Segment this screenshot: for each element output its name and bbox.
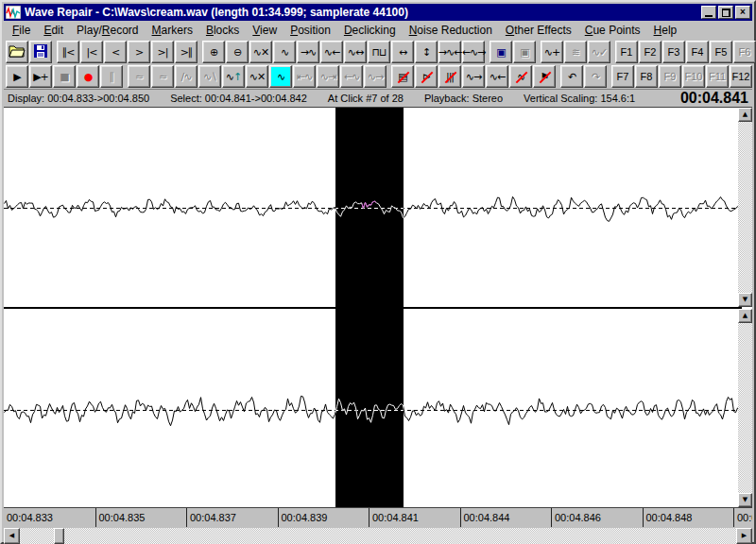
- f5-button[interactable]: F5: [710, 41, 732, 63]
- shift-view-right-button[interactable]: ∿←: [320, 41, 343, 63]
- goto-end-icon: >∥: [180, 47, 193, 58]
- menu-item-position[interactable]: Position: [284, 22, 337, 39]
- fit-width-icon: ∿↔: [348, 47, 363, 58]
- mark-click-button[interactable]: ∿✕: [246, 65, 268, 88]
- zoom-in-button[interactable]: ⊕: [202, 41, 225, 63]
- copy-left-button: ⇤∿: [293, 65, 316, 88]
- prev-marker-button[interactable]: |<: [80, 41, 103, 63]
- menu-item-edit[interactable]: Edit: [37, 22, 70, 39]
- unflag-click-button[interactable]: ⚑: [533, 65, 556, 88]
- insert-wave-icon: ∿+: [544, 47, 559, 58]
- open-file-button[interactable]: [6, 41, 28, 63]
- wave-repair-window: Wave Repair - C:\Wavs\cream.wav (length …: [0, 0, 756, 544]
- scroll-up-icon[interactable]: ▲: [738, 309, 752, 323]
- goto-next-click-button[interactable]: ∿→: [462, 65, 485, 88]
- horizontal-scrollbar[interactable]: ◀ ▶: [4, 528, 752, 544]
- horizontal-extent-button[interactable]: ↔: [391, 41, 414, 63]
- f4-icon: F4: [692, 47, 704, 58]
- repair-click-button[interactable]: ∿: [509, 65, 532, 88]
- menu-item-blocks[interactable]: Blocks: [199, 22, 246, 39]
- shift-view-left-button[interactable]: →∿: [297, 41, 319, 63]
- menu-item-markers[interactable]: Markers: [146, 22, 199, 39]
- restore-button[interactable]: [718, 6, 733, 19]
- menu-item-cue-points[interactable]: Cue Points: [578, 22, 647, 39]
- stereo-waveform-canvas[interactable]: [4, 108, 742, 507]
- scroll-left-icon[interactable]: ◀: [4, 528, 20, 544]
- f10-button: F10: [682, 65, 705, 88]
- menu-item-file[interactable]: File: [6, 22, 37, 39]
- copy-to-clipboard-button[interactable]: ▣: [490, 41, 512, 63]
- right-channel-scrollbar-track[interactable]: [738, 323, 752, 493]
- clear-clicks-button[interactable]: |||: [438, 65, 461, 88]
- close-button[interactable]: ×: [735, 6, 750, 19]
- select-range-field: Select: 00:04.841->00:04.842: [170, 93, 307, 104]
- f3-button[interactable]: F3: [662, 41, 685, 63]
- scroll-down-icon[interactable]: ▼: [738, 293, 752, 307]
- display-range-value: 00:04.833->00:04.850: [47, 93, 149, 104]
- f12-button[interactable]: F12: [730, 65, 752, 88]
- folder-icon: [9, 45, 26, 60]
- zoom-in-icon: ⊕: [210, 47, 217, 58]
- apply-wave-icon: ∿✓: [592, 47, 607, 58]
- left-channel-vertical-scrollbar[interactable]: ▲ ▼: [738, 108, 752, 307]
- goto-prev-click-icon: ∿←: [490, 72, 505, 82]
- sample-display-button[interactable]: ⊓⊔: [368, 41, 390, 63]
- boost-selection-button[interactable]: ∿↑: [222, 65, 245, 88]
- boost-selection-accent-icon: ↑: [233, 72, 241, 82]
- step-forward-button[interactable]: >: [128, 41, 150, 63]
- menu-item-play-record[interactable]: Play/Record: [70, 22, 145, 39]
- goto-end-button[interactable]: >∥: [175, 41, 198, 63]
- f11-icon: F11: [709, 72, 726, 82]
- step-back-button[interactable]: <: [104, 41, 127, 63]
- menu-item-declicking[interactable]: Declicking: [337, 22, 403, 39]
- play-button[interactable]: ▶: [6, 65, 28, 88]
- scroll-down-icon[interactable]: ▼: [738, 493, 752, 507]
- insert-wave-button[interactable]: ∿+: [541, 41, 563, 63]
- undo-button[interactable]: ↶: [560, 65, 583, 88]
- audition-click-button[interactable]: ⊳: [415, 65, 438, 88]
- right-channel-vertical-scrollbar[interactable]: ▲ ▼: [738, 309, 752, 507]
- prev-marker-icon: |<: [87, 47, 97, 58]
- zoom-selection-icon: ∿✕: [253, 47, 268, 58]
- menu-item-view[interactable]: View: [246, 22, 284, 39]
- stretch-wave-button[interactable]: ←∿→: [462, 41, 485, 63]
- menu-item-noise-reduction[interactable]: Noise Reduction: [403, 22, 499, 39]
- menu-item-other-effects[interactable]: Other Effects: [499, 22, 578, 39]
- minimize-button[interactable]: [701, 6, 716, 19]
- goto-prev-click-button[interactable]: ∿←: [486, 65, 508, 88]
- toolbar-row-2: ▶▶+■●∥≈≈∕∿∿∖∿↑∿✕∿⇤∿∿⇥←∿∿→▤⊳|||∿→∿←∿⚑↶↷F7…: [4, 64, 752, 89]
- zoom-out-button[interactable]: ⊖: [226, 41, 249, 63]
- goto-start-button[interactable]: ∥<: [57, 41, 79, 63]
- stretch-wave-icon: ←∿→: [462, 47, 486, 58]
- scroll-up-icon[interactable]: ▲: [738, 108, 752, 122]
- fit-width-button[interactable]: ∿↔: [344, 41, 367, 63]
- highlight-wave-button[interactable]: ∿: [269, 65, 292, 88]
- scroll-right-icon[interactable]: ▶: [736, 528, 752, 544]
- vertical-extent-button[interactable]: ↕: [415, 41, 438, 63]
- f1-button[interactable]: F1: [615, 41, 638, 63]
- f2-button[interactable]: F2: [639, 41, 662, 63]
- copy-left-icon: ⇤∿: [297, 72, 312, 82]
- menu-item-help[interactable]: Help: [647, 22, 684, 39]
- f8-button[interactable]: F8: [635, 65, 658, 88]
- mix-wave-icon: ≋: [572, 47, 579, 58]
- zoom-selection-button[interactable]: ∿✕: [249, 41, 272, 63]
- save-file-button[interactable]: [29, 41, 52, 63]
- next-marker-button[interactable]: >|: [151, 41, 174, 63]
- goto-next-click-icon: ∿→: [466, 72, 481, 82]
- time-axis-label: 00:04.846: [551, 508, 643, 527]
- record-button[interactable]: ●: [77, 65, 99, 88]
- left-channel-scrollbar-track[interactable]: [738, 122, 752, 293]
- paste-from-clipboard-button: ▣: [513, 41, 536, 63]
- time-axis-label: 00:04.833: [4, 508, 95, 527]
- horizontal-scrollbar-thumb[interactable]: [54, 528, 64, 544]
- horizontal-scrollbar-track[interactable]: [20, 528, 736, 544]
- play-append-button[interactable]: ▶+: [29, 65, 52, 88]
- squeeze-wave-button[interactable]: →∿←: [438, 41, 461, 63]
- f6-button: F6: [733, 41, 756, 63]
- f7-button[interactable]: F7: [611, 65, 634, 88]
- click-info-field: At Click #7 of 28: [328, 93, 404, 104]
- f4-button[interactable]: F4: [686, 41, 709, 63]
- view-wave-button[interactable]: ∿: [273, 41, 296, 63]
- delete-click-button[interactable]: ▤: [391, 65, 414, 88]
